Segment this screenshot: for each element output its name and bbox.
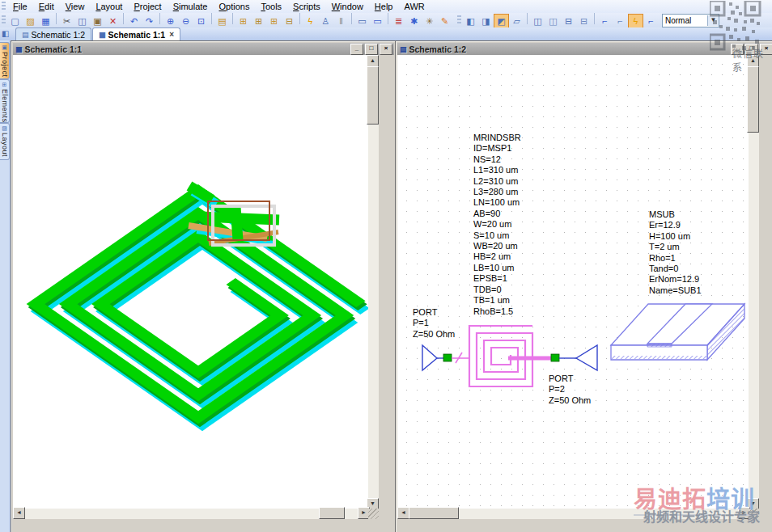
view-layout-icon[interactable]: ◨	[478, 14, 494, 28]
horizontal-scroll-thumb[interactable]	[319, 507, 345, 519]
spiral-inductor-3d-drawing	[13, 55, 379, 519]
schematic-window-icon: ▤	[400, 45, 407, 53]
project-icon: ▣	[2, 44, 7, 51]
scroll-up-icon[interactable]: ▲	[367, 55, 379, 67]
edit-icon[interactable]: ✎	[437, 14, 452, 28]
analyze-icon[interactable]: ϟ	[303, 14, 318, 28]
port2-node[interactable]	[551, 354, 559, 361]
minimize-button[interactable]: _	[350, 44, 363, 55]
menu-help[interactable]: Help	[369, 1, 399, 12]
sidebar-tab-label[interactable]: Project	[1, 52, 9, 78]
menu-view[interactable]: View	[60, 1, 91, 12]
view-3d-icon[interactable]: ◩	[494, 14, 509, 28]
port1-node[interactable]	[443, 354, 452, 361]
pause-icon[interactable]: ‖	[333, 14, 349, 28]
menu-tools[interactable]: Tools	[255, 1, 287, 12]
sidebar-tab-layout[interactable]: ▨ Layout	[0, 123, 10, 160]
vertical-scrollbar[interactable]	[368, 55, 379, 519]
horizontal-scrollbar[interactable]	[13, 509, 368, 519]
schematic-window-icon: ▦	[15, 45, 23, 53]
tab-schematic-1-2[interactable]: ▤ Schematic 1:2	[15, 27, 91, 40]
split-bottom-icon[interactable]: ⊟	[576, 14, 592, 28]
optimizer-icon[interactable]: ✱	[406, 14, 422, 28]
menu-window[interactable]: Window	[326, 1, 369, 12]
schematic-symbols-drawing	[397, 55, 759, 519]
output-equations-icon[interactable]: ▭	[354, 14, 370, 28]
layout-icon: ▨	[2, 125, 7, 132]
undo-icon[interactable]: ↶	[126, 14, 142, 28]
sidebar-tab-label[interactable]: Layout	[1, 133, 9, 157]
view-arrange-icon[interactable]: ▱	[509, 14, 524, 28]
mode-select-value[interactable]: Normal	[663, 16, 707, 25]
toolbar-grip-1	[2, 15, 6, 25]
window-titlebar[interactable]: ▦ Schematic 1:1 _ □ ×	[13, 43, 394, 55]
resize-gripper[interactable]	[368, 509, 379, 519]
menu-grip	[2, 2, 6, 11]
new-schematic-icon[interactable]: ▤	[214, 14, 230, 28]
delete-icon[interactable]: ✕	[105, 14, 121, 28]
paste-icon[interactable]: ▣	[90, 14, 105, 28]
wire-mode-icon[interactable]: ⌐	[613, 14, 628, 28]
horizontal-scroll-thumb[interactable]	[409, 507, 459, 519]
msub-symbol[interactable]	[611, 304, 744, 360]
close-button[interactable]: ×	[380, 44, 392, 55]
menu-project[interactable]: Project	[128, 1, 167, 12]
menu-awr[interactable]: AWR	[399, 1, 431, 12]
tune-icon[interactable]: ♙	[318, 14, 333, 28]
menu-options[interactable]: Options	[213, 1, 255, 12]
zoom-in-icon[interactable]: ⊕	[163, 14, 178, 28]
open-icon[interactable]: ▨	[23, 14, 38, 28]
split-left-icon[interactable]: ◫	[530, 14, 545, 28]
menu-items: FileEditViewLayoutProjectSimulateOptions…	[7, 2, 431, 11]
scroll-left-icon[interactable]: ◄	[13, 507, 25, 519]
menu-edit[interactable]: Edit	[33, 1, 60, 12]
zoom-out-icon[interactable]: ⊖	[178, 14, 193, 28]
yield-icon[interactable]: ✳	[422, 14, 437, 28]
sidebar-tab-project[interactable]: ▣ Project	[0, 42, 10, 79]
3d-view-canvas[interactable]: ▲ ▼ ◄ ►	[13, 55, 379, 519]
toolbar-separator	[159, 13, 160, 24]
menu-scripts[interactable]: Scripts	[287, 1, 326, 12]
add-schematic-icon[interactable]: ⊞	[235, 14, 251, 28]
snap-all-icon[interactable]: ⌐	[643, 14, 659, 28]
copy-icon[interactable]: ◫	[74, 14, 90, 28]
maximize-button[interactable]: □	[365, 44, 378, 55]
window-schematic-1-1: ▦ Schematic 1:1 _ □ ×	[11, 40, 397, 532]
output-window-icon[interactable]: ▭	[370, 14, 385, 28]
port2-symbol[interactable]	[576, 345, 597, 370]
tab-schematic-1-1[interactable]: ▦ Schematic 1:1 ×	[92, 27, 180, 40]
tab-label[interactable]: Schematic 1:1	[108, 30, 166, 40]
toolbar-segment-standard: ▢▨▦✂◫▣✕↶↷⊕⊖⊡▤⊞⊞⊞⊟ϟ♙‖▭▭≣✱✳✎	[7, 13, 452, 28]
toolbar-separator	[211, 13, 212, 24]
menu-bar: FileEditViewLayoutProjectSimulateOptions…	[0, 0, 772, 14]
scroll-left-icon[interactable]: ◄	[397, 507, 409, 519]
tab-label[interactable]: Schematic 1:2	[32, 30, 86, 40]
toolbar-separator	[388, 13, 388, 24]
close-tab-icon[interactable]: ×	[169, 30, 174, 39]
vertical-scroll-thumb[interactable]	[747, 66, 759, 133]
cut-icon[interactable]: ✂	[59, 14, 74, 28]
toolbar-separator	[123, 13, 124, 24]
zoom-full-icon[interactable]: ⊡	[193, 14, 209, 28]
tuner-icon[interactable]: ≣	[391, 14, 406, 28]
save-icon[interactable]: ▦	[38, 14, 53, 28]
view-schematic-icon[interactable]: ◧	[463, 14, 478, 28]
split-top-icon[interactable]: ⊟	[561, 14, 576, 28]
port1-symbol[interactable]	[422, 345, 437, 370]
sidebar-tab-elements[interactable]: ⊞ Elements	[0, 79, 10, 123]
connect-mode-icon[interactable]: ⌐	[597, 14, 613, 28]
add-system-diagram-icon[interactable]: ⊞	[251, 14, 266, 28]
split-right-icon[interactable]: ◫	[545, 14, 561, 28]
add-em-structure-icon[interactable]: ⊞	[266, 14, 282, 28]
menu-simulate[interactable]: Simulate	[168, 1, 214, 12]
project-window-icon[interactable]: ◧	[2, 28, 13, 40]
menu-layout[interactable]: Layout	[90, 1, 128, 12]
sidebar-tab-label[interactable]: Elements	[1, 89, 9, 123]
snap-toggle-icon[interactable]: ϟ	[628, 14, 643, 28]
menu-file[interactable]: File	[7, 1, 33, 12]
schematic-canvas[interactable]: MRINDSBR ID=MSP1 NS=12 L1=310 um L2=310 …	[397, 55, 759, 519]
new-icon[interactable]: ▢	[7, 14, 23, 28]
redo-icon[interactable]: ↷	[142, 14, 157, 28]
add-graph-icon[interactable]: ⊟	[282, 14, 297, 28]
vertical-scroll-thumb[interactable]	[367, 66, 379, 125]
